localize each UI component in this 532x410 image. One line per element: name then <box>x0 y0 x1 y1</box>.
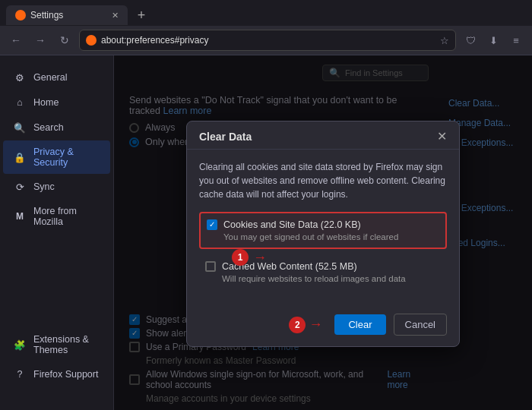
tab-close-btn[interactable]: ✕ <box>112 11 119 20</box>
search-nav-icon: 🔍 <box>14 121 26 134</box>
dialog-body: Clearing all cookies and site data store… <box>187 150 459 306</box>
sidebar-item-privacy[interactable]: 🔒 Privacy & Security <box>3 140 110 174</box>
dialog-title: Clear Data <box>199 131 252 143</box>
firefox-tab-icon <box>15 10 26 20</box>
tab-label: Settings <box>30 10 63 20</box>
cookies-checkbox[interactable] <box>207 219 217 230</box>
page: ⚙ General ⌂ Home 🔍 Search 🔒 Privacy & Se… <box>0 55 532 410</box>
browser-chrome: Settings ✕ + ← → ↻ about:preferences#pri… <box>0 0 532 55</box>
cookies-sublabel: You may get signed out of websites if cl… <box>223 232 439 241</box>
dialog-close-btn[interactable]: ✕ <box>437 131 447 143</box>
clear-btn[interactable]: Clear <box>334 314 385 335</box>
settings-tab[interactable]: Settings ✕ <box>6 5 128 25</box>
sidebar-item-general[interactable]: ⚙ General <box>3 65 110 90</box>
address-bar[interactable]: about:preferences#privacy ☆ <box>79 30 456 51</box>
cookies-label: Cookies and Site Data (22.0 KB) <box>223 219 361 230</box>
nav-actions: 🛡 ⬇ ≡ <box>461 30 526 50</box>
cache-checkbox[interactable] <box>205 261 216 272</box>
site-icon <box>86 35 97 46</box>
new-tab-btn[interactable]: + <box>131 5 152 26</box>
back-btn[interactable]: ← <box>6 30 26 50</box>
sidebar-item-support[interactable]: ? Firefox Support <box>3 362 111 386</box>
cancel-btn[interactable]: Cancel <box>394 314 447 336</box>
sidebar-label-sync: Sync <box>33 181 55 192</box>
sync-icon: ⟳ <box>14 181 26 193</box>
shield-btn[interactable]: 🛡 <box>461 30 480 50</box>
modal-overlay: 1 → Clear Data ✕ Clearing all cookies an… <box>114 55 532 410</box>
mozilla-icon: M <box>14 210 26 222</box>
sidebar-label-search: Search <box>33 122 64 133</box>
step2-container: 2 → <box>289 317 322 333</box>
step1-badge: 1 <box>232 249 249 266</box>
sidebar-item-sync[interactable]: ⟳ Sync <box>3 175 110 199</box>
dialog-footer: 2 → Clear Cancel <box>187 306 459 346</box>
download-btn[interactable]: ⬇ <box>483 30 503 50</box>
sidebar-label-general: General <box>33 72 67 83</box>
sidebar-label-home: Home <box>33 97 59 108</box>
extensions-icon: 🧩 <box>14 339 26 351</box>
bookmark-icon[interactable]: ☆ <box>440 35 449 46</box>
step2-arrow: → <box>309 317 322 333</box>
support-icon: ? <box>14 368 26 380</box>
sidebar-label-mozilla: More from Mozilla <box>33 206 100 227</box>
dialog-description: Clearing all cookies and site data store… <box>199 160 447 201</box>
sidebar-label-extensions: Extensions & Themes <box>33 334 100 355</box>
step1-arrow: → <box>253 250 267 266</box>
sidebar-item-mozilla[interactable]: M More from Mozilla <box>3 200 110 233</box>
forward-btn[interactable]: → <box>30 30 50 50</box>
clear-data-dialog: Clear Data ✕ Clearing all cookies and si… <box>186 121 460 347</box>
sidebar-item-extensions[interactable]: 🧩 Extensions & Themes <box>3 328 111 361</box>
sidebar-label-privacy: Privacy & Security <box>33 147 100 168</box>
sidebar-label-support: Firefox Support <box>33 369 98 380</box>
cache-sublabel: Will require websites to reload images a… <box>222 274 441 283</box>
menu-btn[interactable]: ≡ <box>506 30 526 50</box>
home-icon: ⌂ <box>14 96 26 109</box>
url-display: about:preferences#privacy <box>101 35 208 46</box>
general-icon: ⚙ <box>14 71 26 84</box>
sidebar-item-search[interactable]: 🔍 Search <box>3 115 110 140</box>
cookies-checkbox-row: Cookies and Site Data (22.0 KB) <box>207 219 439 230</box>
privacy-icon: 🔒 <box>14 151 26 163</box>
sidebar-item-home[interactable]: ⌂ Home <box>3 90 110 115</box>
page-content-area: 🔍 Find in Settings Send websites a "Do N… <box>114 55 532 410</box>
nav-bar: ← → ↻ about:preferences#privacy ☆ 🛡 ⬇ ≡ <box>0 26 532 55</box>
step2-badge: 2 <box>289 317 306 333</box>
sidebar: ⚙ General ⌂ Home 🔍 Search 🔒 Privacy & Se… <box>0 55 114 410</box>
dialog-header: Clear Data ✕ <box>187 121 459 150</box>
cookies-option: Cookies and Site Data (22.0 KB) You may … <box>199 212 447 249</box>
refresh-btn[interactable]: ↻ <box>55 30 74 50</box>
tab-bar: Settings ✕ + <box>0 0 532 26</box>
